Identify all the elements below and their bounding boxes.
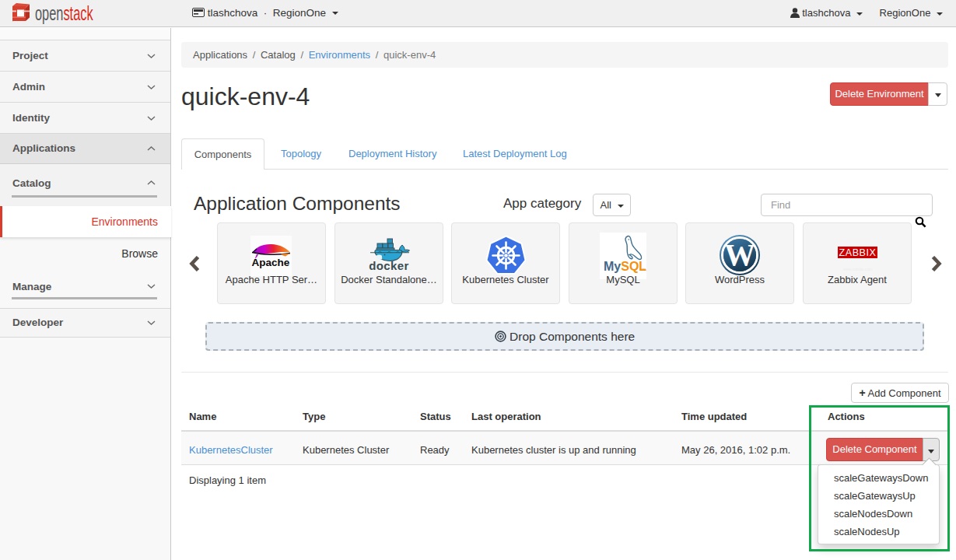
svg-text:W: W [724, 237, 755, 272]
svg-text:ZABBIX: ZABBIX [839, 247, 876, 258]
svg-text:™: ™ [641, 268, 646, 272]
svg-text:www.zabbix.com: www.zabbix.com [843, 267, 872, 271]
svg-text:Apache: Apache [252, 257, 290, 268]
svg-text:docker: docker [369, 259, 409, 272]
svg-text:openstack: openstack [35, 2, 93, 24]
